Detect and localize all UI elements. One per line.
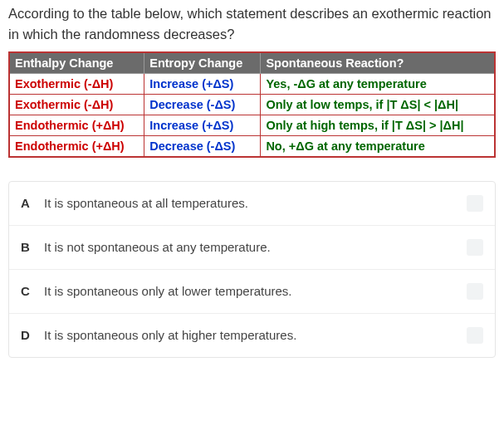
cell-spont: Only at low temps, if |T ΔS| < |ΔH| [261, 94, 495, 115]
cell-entropy: Increase (+ΔS) [144, 73, 261, 94]
option-letter: A [21, 196, 44, 210]
table-header-entropy: Entropy Change [144, 52, 261, 74]
option-c[interactable]: C It is spontaneous only at lower temper… [9, 270, 495, 314]
cell-entropy: Increase (+ΔS) [144, 115, 261, 135]
cell-spont: No, +ΔG at any temperature [261, 135, 495, 157]
option-text: It is spontaneous only at higher tempera… [44, 328, 458, 342]
table-header-enthalpy: Enthalpy Change [9, 52, 144, 74]
thermo-table: Enthalpy Change Entropy Change Spontaneo… [8, 51, 496, 158]
option-checkbox[interactable] [467, 283, 483, 300]
option-text: It is spontaneous at all temperatures. [44, 196, 458, 210]
option-text: It is spontaneous only at lower temperat… [44, 284, 458, 298]
option-a[interactable]: A It is spontaneous at all temperatures. [9, 182, 495, 226]
option-text: It is not spontaneous at any temperature… [44, 240, 458, 254]
cell-enthalpy: Exothermic (-ΔH) [9, 94, 144, 115]
cell-enthalpy: Endothermic (+ΔH) [9, 135, 144, 157]
table-row: Endothermic (+ΔH) Decrease (-ΔS) No, +ΔG… [9, 135, 495, 157]
question-text: According to the table below, which stat… [8, 3, 496, 45]
option-letter: C [21, 284, 44, 298]
table-row: Exothermic (-ΔH) Increase (+ΔS) Yes, -ΔG… [9, 73, 495, 94]
cell-entropy: Decrease (-ΔS) [144, 135, 261, 157]
option-checkbox[interactable] [467, 195, 483, 212]
option-checkbox[interactable] [467, 327, 483, 344]
cell-entropy: Decrease (-ΔS) [144, 94, 261, 115]
table-row: Endothermic (+ΔH) Increase (+ΔS) Only at… [9, 115, 495, 135]
cell-enthalpy: Exothermic (-ΔH) [9, 73, 144, 94]
option-d[interactable]: D It is spontaneous only at higher tempe… [9, 314, 495, 357]
option-b[interactable]: B It is not spontaneous at any temperatu… [9, 226, 495, 270]
table-row: Exothermic (-ΔH) Decrease (-ΔS) Only at … [9, 94, 495, 115]
option-letter: D [21, 328, 44, 342]
cell-spont: Yes, -ΔG at any temperature [261, 73, 495, 94]
cell-spont: Only at high temps, if |T ΔS| > |ΔH| [261, 115, 495, 135]
cell-enthalpy: Endothermic (+ΔH) [9, 115, 144, 135]
answer-options: A It is spontaneous at all temperatures.… [8, 181, 496, 358]
option-letter: B [21, 240, 44, 254]
table-header-spontaneous: Spontaneous Reaction? [261, 52, 495, 74]
option-checkbox[interactable] [467, 239, 483, 256]
